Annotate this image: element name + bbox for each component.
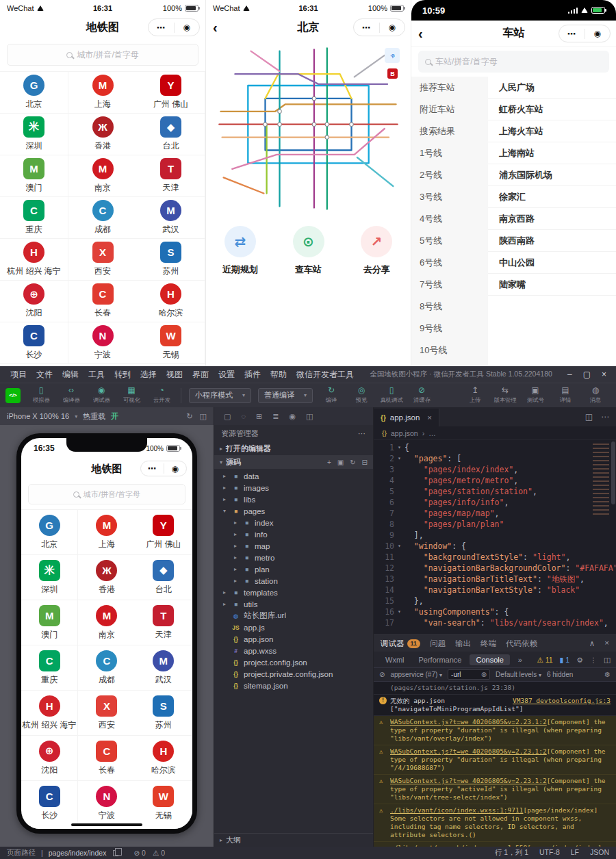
- toolbar-button[interactable]: ⊘清缓存: [407, 386, 437, 405]
- file-tree-item[interactable]: {} project.private.config.json: [214, 668, 373, 680]
- city-item[interactable]: H 杭州 绍兴 海宁: [0, 239, 68, 281]
- station-item[interactable]: 陆家嘴: [488, 274, 616, 296]
- gear-icon[interactable]: ⚙: [604, 671, 611, 678]
- console-source-link[interactable]: WASubContext.js?t=we_40206805&v=2.23.1:2: [390, 777, 547, 784]
- explorer-activity-icon[interactable]: ◫: [306, 412, 313, 421]
- city-item[interactable]: M 上海: [68, 72, 137, 114]
- more-tabs-icon[interactable]: »: [512, 654, 528, 665]
- editor-status-item[interactable]: UTF-8: [539, 848, 560, 858]
- city-item[interactable]: H 杭州 绍兴 海宁: [21, 691, 78, 736]
- current-page-path[interactable]: pages/index/index: [49, 849, 107, 857]
- simulator-tool-icon[interactable]: ↻: [186, 412, 192, 421]
- city-item[interactable]: M 澳门: [0, 155, 68, 197]
- menu-item[interactable]: 界面: [188, 369, 214, 381]
- explorer-activity-icon[interactable]: ◌: [241, 412, 246, 420]
- station-item[interactable]: 人民广场: [488, 77, 616, 99]
- explorer-activity-icon[interactable]: ▢: [224, 412, 231, 421]
- sidebar-line-item[interactable]: 7号线: [411, 274, 488, 296]
- console-source-link[interactable]: VM387 devtoolsconfig.js:3: [513, 697, 611, 705]
- back-icon[interactable]: ‹: [213, 21, 218, 34]
- hot-reload-toggle[interactable]: 开: [111, 411, 118, 422]
- editor-tab[interactable]: {} app.json ×: [374, 409, 439, 426]
- menu-item[interactable]: 编辑: [57, 369, 84, 381]
- editor-status-item[interactable]: JSON: [590, 848, 609, 858]
- menu-item[interactable]: 帮助: [266, 369, 292, 381]
- city-item[interactable]: G 北京: [21, 510, 78, 555]
- toolbar-button[interactable]: ▤详情: [550, 386, 580, 405]
- station-search-input[interactable]: 车站/拼音/首字母: [418, 51, 609, 73]
- city-item[interactable]: C 成都: [68, 197, 137, 239]
- file-tree-item[interactable]: ◍ 站长图库.url: [214, 610, 373, 621]
- city-item[interactable]: C 长沙: [0, 322, 68, 364]
- sidebar-line-item[interactable]: 推荐车站: [411, 77, 488, 99]
- city-item[interactable]: M 武汉: [137, 197, 205, 239]
- menu-item[interactable]: 工具: [84, 369, 110, 381]
- device-selector[interactable]: iPhone X 100% 16: [7, 412, 69, 420]
- file-tree-item[interactable]: ▸ ■ plan: [214, 563, 373, 575]
- minimize-icon[interactable]: ◉: [164, 464, 187, 474]
- simulator-tool-icon[interactable]: ◫: [200, 412, 207, 421]
- city-item[interactable]: C 成都: [78, 645, 135, 691]
- more-icon[interactable]: ⋯: [559, 29, 585, 39]
- editor-status-item[interactable]: 行 1，列 1: [495, 848, 528, 858]
- more-icon[interactable]: ⋯: [141, 463, 164, 474]
- minimize-icon[interactable]: ◉: [175, 23, 200, 32]
- editor-toolbar-icon[interactable]: ◫: [585, 412, 593, 422]
- city-item[interactable]: M 澳门: [21, 600, 78, 645]
- close-icon[interactable]: ×: [427, 413, 432, 422]
- city-item[interactable]: Ж 香港: [78, 555, 135, 600]
- menu-item[interactable]: 设置: [214, 369, 240, 381]
- clear-filter-icon[interactable]: ⊗: [481, 671, 487, 678]
- file-tree-item[interactable]: {} project.config.json: [214, 656, 373, 668]
- sidebar-line-item[interactable]: 8号线: [411, 296, 488, 318]
- compile-mode-dropdown[interactable]: 普通编译▾: [258, 388, 313, 403]
- problem-counter[interactable]: ⊘ 0: [133, 849, 146, 857]
- window-control-icon[interactable]: ×: [602, 370, 606, 379]
- explorer-action-icon[interactable]: +: [327, 459, 331, 466]
- file-tree-item[interactable]: {} app.json: [214, 633, 373, 645]
- station-item[interactable]: 上海火车站: [488, 120, 616, 142]
- file-tree-item[interactable]: ▸ ■ map: [214, 540, 373, 552]
- menu-item[interactable]: 插件: [240, 369, 266, 381]
- toolbar-button[interactable]: ⇆版本管理: [490, 386, 520, 405]
- source-section[interactable]: ▾ 源码 +▣↻⊟: [214, 455, 373, 469]
- panel-control-icon[interactable]: ∧: [589, 639, 595, 648]
- copy-icon[interactable]: [113, 850, 118, 856]
- editor-toolbar-icon[interactable]: ⋯: [601, 412, 609, 422]
- file-tree-item[interactable]: ▾ ■ pages: [214, 505, 373, 517]
- city-item[interactable]: H 哈尔滨: [137, 281, 205, 322]
- file-tree-item[interactable]: ▸ ■ utils: [214, 598, 373, 610]
- debugger-tab[interactable]: 调试器11: [381, 639, 420, 649]
- more-icon[interactable]: ⋯: [354, 23, 379, 33]
- back-icon[interactable]: ‹: [418, 27, 423, 40]
- devtools-settings-icon[interactable]: ⚙: [576, 656, 582, 664]
- city-item[interactable]: S 苏州: [136, 691, 192, 736]
- sidebar-line-item[interactable]: 11号线: [411, 361, 488, 366]
- city-item[interactable]: T 天津: [136, 600, 192, 645]
- console-info-count[interactable]: ▮ 1: [560, 656, 570, 664]
- file-tree-item[interactable]: ▸ ■ images: [214, 482, 373, 493]
- city-item[interactable]: W 无锡: [137, 322, 205, 364]
- toolbar-button[interactable]: ▦可视化: [116, 386, 146, 405]
- city-item[interactable]: M 南京: [68, 155, 137, 197]
- toolbar-button[interactable]: ▣测试号: [520, 386, 550, 405]
- station-item[interactable]: 上海南站: [488, 142, 616, 164]
- explorer-activity-icon[interactable]: ⊞: [256, 412, 262, 421]
- toolbar-button[interactable]: ↥上传: [460, 386, 490, 405]
- city-item[interactable]: Y 广州 佛山: [137, 72, 205, 114]
- station-item[interactable]: 浦东国际机场: [488, 164, 616, 186]
- city-item[interactable]: ⊕ 沈阳: [0, 281, 68, 322]
- console-filter-input[interactable]: -url⊗: [448, 669, 490, 680]
- city-item[interactable]: C 重庆: [0, 197, 68, 239]
- explorer-activity-icon[interactable]: ◉: [289, 412, 296, 421]
- explorer-action-icon[interactable]: ▣: [337, 459, 344, 466]
- code-editor[interactable]: 1▾{2▾ "pages": [3 "pages/index/index",4 …: [374, 440, 616, 634]
- city-item[interactable]: S 苏州: [137, 239, 205, 281]
- city-item[interactable]: C 长春: [68, 281, 137, 322]
- sidebar-line-item[interactable]: 4号线: [411, 208, 488, 230]
- metro-map-viewport[interactable]: » B: [211, 42, 405, 215]
- city-item[interactable]: ⊕ 沈阳: [21, 736, 78, 781]
- file-tree-item[interactable]: ▸ ■ station: [214, 575, 373, 587]
- menu-item[interactable]: 项目: [5, 369, 31, 381]
- file-tree-item[interactable]: ▸ ■ templates: [214, 587, 373, 598]
